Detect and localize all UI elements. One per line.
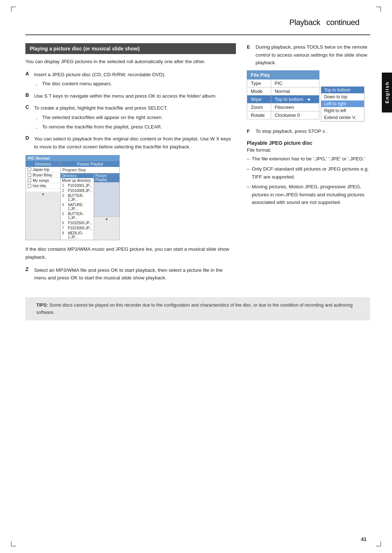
dropdown-item-3[interactable]: Right to left: [321, 107, 364, 114]
step-z-text: Select an MP3/WMA file and press OK to s…: [34, 267, 222, 281]
page-title: Playback continued: [25, 15, 370, 28]
dir-file-4: 4 NATURE-1.JP...: [61, 202, 94, 212]
tips-footer: TIPS: Some discs cannot be played on thi…: [25, 297, 370, 320]
step-b: B Use S T keys to navigate within the me…: [25, 92, 236, 100]
step-c-content: To create a playlist, highlight the trac…: [34, 104, 236, 131]
row-mode-label: Mode: [247, 87, 271, 95]
dropdown-item-2[interactable]: Left to right: [321, 101, 364, 107]
main-content: Playing a picture disc (or musical slide…: [25, 43, 370, 286]
file-format-heading: File format:: [247, 147, 370, 153]
bullet-1: – Only DCF-standard still pictures or JP…: [247, 165, 370, 181]
row-rotate-label: Rotate: [247, 111, 271, 119]
playlist-col: Picture Playlist Program Stop Directory …: [61, 161, 119, 240]
file-play-header-row: File Play: [247, 70, 319, 79]
directory-col-header: Directory: [26, 161, 60, 167]
dropdown-item-0[interactable]: Top to bottom: [321, 87, 364, 94]
wipe-value-text: Top to bottom: [275, 97, 303, 102]
table-row-type: Type PIC: [247, 79, 319, 87]
step-b-text: Use S T keys to navigate within the menu…: [34, 93, 217, 99]
step-c-sub1-text: The selected tracks/files will appear on…: [42, 114, 163, 122]
playable-section: Playable JPEG picture disc File format: …: [247, 140, 370, 206]
row-zoom-value: Fitscreen: [271, 103, 319, 111]
ui-panel: PIC Normal Directory Japan trip Bryan Bd…: [25, 155, 120, 240]
table-row-mode: Mode Normal: [247, 87, 319, 95]
step-z: Z Select an MP3/WMA file and press OK to…: [25, 266, 236, 282]
step-f: F To stop playback, press STOP x .: [247, 127, 370, 135]
step-d-letter: D: [25, 135, 31, 141]
tips-text: Some discs cannot be played on this reco…: [36, 303, 352, 315]
row-zoom-label: Zoom: [247, 103, 271, 111]
dir-file-5: 5 BUTTER-1.JP...: [61, 212, 94, 221]
dropdown-item-1[interactable]: Down to top: [321, 94, 364, 101]
step-a-letter: A: [25, 71, 31, 77]
row-mode-value: Normal: [271, 87, 319, 95]
row-rotate-value: Clockwise 0: [271, 111, 319, 119]
dir-checkbox-mysongs[interactable]: [28, 179, 31, 182]
sub-playlist-header: Picture Playlist: [94, 173, 119, 182]
file-play-container: File Play Type PIC Mode Normal Wipe: [247, 70, 370, 122]
bullet-0: – The file extension has to be '.JPG,' '…: [247, 155, 370, 163]
left-column: Playing a picture disc (or musical slide…: [25, 43, 236, 286]
dir-item-bryan: Bryan Bday: [26, 172, 60, 178]
bullet-dash-0: –: [247, 155, 250, 163]
bullet-text-1: Only DCF-standard still pictures or JPEG…: [252, 165, 370, 181]
bullet-dash-2: –: [247, 183, 250, 206]
step-a-sub-text: The disc content menu appears.: [42, 80, 112, 88]
tips-label: TIPS:: [36, 303, 48, 308]
dir-file-2: 2 P1010008.JP...: [61, 188, 94, 193]
dir-checkbox-hothits[interactable]: [28, 184, 31, 188]
right-column: E During playback, press TOOLS twice on …: [247, 43, 370, 209]
wipe-dropdown[interactable]: Top to bottom Down to top Left to right …: [321, 86, 364, 122]
ui-panel-title: PIC Normal: [26, 155, 119, 161]
file-play-header: File Play: [247, 70, 319, 79]
directory-col: Directory Japan trip Bryan Bday My songs: [26, 161, 61, 240]
table-row-rotate: Rotate Clockwise 0: [247, 111, 319, 119]
bullet-text-0: The file extension has to be '.JPG,' '.J…: [252, 155, 366, 163]
step-e: E During playback, press TOOLS twice on …: [247, 43, 370, 67]
step-c-letter: C: [25, 104, 31, 110]
step-d-text: You can select to playback from the orig…: [34, 136, 231, 149]
step-e-content: During playback, press TOOLS twice on th…: [256, 43, 370, 67]
row-type-label: Type: [247, 79, 271, 87]
row-wipe-value[interactable]: Top to bottom ◄: [271, 95, 319, 103]
step-z-content: Select an MP3/WMA file and press OK to s…: [34, 266, 236, 282]
musical-slideshow-text: If the disc contains MP3/WMA music and J…: [25, 245, 236, 261]
dir-file-7: 7 P1023000.JP...: [61, 226, 94, 231]
playlist-col-header: Picture Playlist: [61, 161, 119, 167]
step-b-letter: B: [25, 92, 31, 98]
step-c: C To create a playlist, highlight the tr…: [25, 104, 236, 131]
sub-dir-header: Directory: [61, 173, 94, 178]
dir-label-mysongs: My songs: [33, 178, 49, 183]
row-wipe-label: Wipe: [247, 95, 271, 103]
bullet-text-2: Moving pictures, Motion JPEG, progressiv…: [252, 183, 370, 206]
dir-file-6: 6 P1032500.JP...: [61, 221, 94, 226]
dir-item-hothits: Hot Hits: [26, 183, 60, 189]
title-divider: [25, 34, 370, 35]
step-c-sub2: ¸ To remove the track/file from the play…: [34, 123, 236, 131]
row-type-value: PIC: [271, 79, 319, 87]
file-play-table: File Play Type PIC Mode Normal Wipe: [247, 70, 319, 119]
page-number: 41: [361, 536, 367, 542]
step-a-text: Insert a JPEG picture disc (CD, CD-R/RW,…: [34, 72, 166, 77]
dir-file-3: 3 BUTTER-1.JP...: [61, 193, 94, 202]
wipe-arrow: ◄: [306, 97, 311, 102]
step-d-content: You can select to playback from the orig…: [34, 135, 236, 151]
step-c-sub2-text: To remove the track/file from the playli…: [42, 123, 162, 131]
dir-listing: Move up directory 1 P1010001.JP... 2 P10…: [61, 178, 94, 240]
step-a-content: Insert a JPEG picture disc (CD, CD-R/RW,…: [34, 71, 236, 88]
bullet-dash-1: –: [247, 165, 250, 181]
dropdown-item-4[interactable]: Extend center V.: [321, 114, 364, 121]
dir-file-8: 8 MERLIO-1.JP...: [61, 231, 94, 240]
step-e-text: During playback, press TOOLS twice on th…: [256, 44, 367, 65]
table-row-wipe[interactable]: Wipe Top to bottom ◄: [247, 95, 319, 103]
dir-checkbox-bryan[interactable]: [28, 173, 31, 177]
step-d: D You can select to playback from the or…: [25, 135, 236, 151]
step-z-letter: Z: [25, 266, 31, 272]
dir-item-mysongs: My songs: [26, 178, 60, 183]
step-b-content: Use S T keys to navigate within the menu…: [34, 92, 236, 100]
dir-file-1: 1 P1010001.JP...: [61, 183, 94, 188]
dir-checkbox-japan[interactable]: [28, 168, 31, 171]
section-header: Playing a picture disc (or musical slide…: [25, 43, 236, 54]
dir-item-japan: Japan trip: [26, 167, 60, 172]
intro-text: You can display JPEG pictures in the sel…: [25, 58, 236, 66]
